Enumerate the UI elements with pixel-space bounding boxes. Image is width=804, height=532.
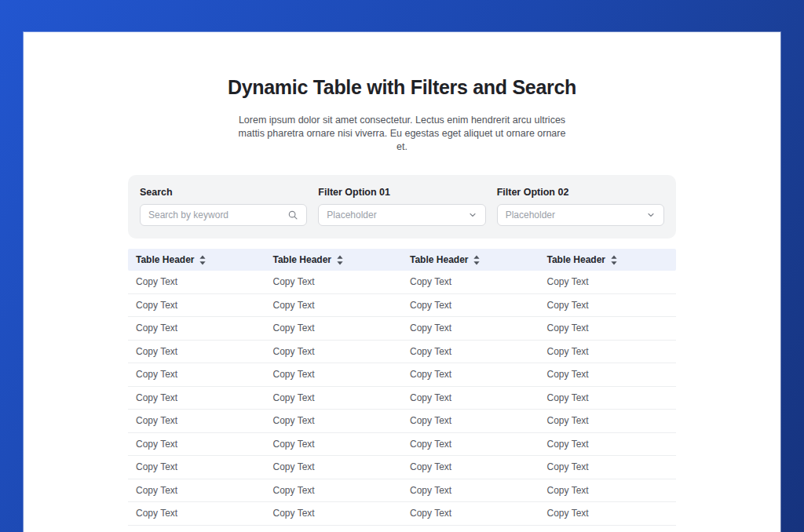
table-row: Copy TextCopy TextCopy TextCopy Text: [128, 317, 676, 341]
main-content: Dynamic Table with Filters and Search Lo…: [128, 32, 676, 532]
table-row: Copy TextCopy TextCopy TextCopy Text: [128, 341, 676, 364]
table-cell: Copy Text: [402, 485, 539, 496]
sort-icon[interactable]: [473, 255, 481, 265]
table-cell: Copy Text: [402, 508, 539, 519]
search-input[interactable]: [148, 205, 281, 225]
table-header-row: Table HeaderTable HeaderTable HeaderTabl…: [128, 249, 676, 271]
table-cell: Copy Text: [402, 392, 539, 403]
filter-option-02-value: Placeholder: [506, 210, 555, 220]
chevron-down-icon: [468, 210, 477, 220]
table-cell: Copy Text: [265, 300, 403, 311]
table-cell: Copy Text: [402, 346, 539, 357]
table-cell: Copy Text: [539, 346, 677, 357]
filter-option-01-group: Filter Option 01 Placeholder: [318, 187, 485, 226]
table-cell: Copy Text: [128, 300, 265, 311]
search-field[interactable]: [140, 204, 307, 226]
table-row: Copy TextCopy TextCopy TextCopy Text: [128, 456, 676, 479]
header-cell[interactable]: Table Header: [402, 254, 539, 265]
browser-canvas: Dynamic Table with Filters and Search Lo…: [0, 0, 804, 532]
table-cell: Copy Text: [265, 346, 403, 357]
data-table: Table HeaderTable HeaderTable HeaderTabl…: [128, 249, 676, 532]
table-cell: Copy Text: [539, 369, 677, 380]
table-row: Copy TextCopy TextCopy TextCopy Text: [128, 271, 676, 294]
table-cell: Copy Text: [539, 461, 677, 472]
table-cell: Copy Text: [128, 415, 265, 426]
table-cell: Copy Text: [402, 415, 539, 426]
header-label: Table Header: [547, 254, 605, 265]
filter-option-02-label: Filter Option 02: [497, 187, 664, 198]
table-cell: Copy Text: [128, 392, 265, 403]
search-filter-group: Search: [140, 187, 307, 226]
table-cell: Copy Text: [128, 439, 265, 450]
table-cell: Copy Text: [128, 508, 265, 519]
table-cell: Copy Text: [265, 276, 403, 287]
table-row: Copy TextCopy TextCopy TextCopy Text: [128, 410, 676, 433]
table-cell: Copy Text: [265, 461, 403, 472]
search-label: Search: [140, 187, 307, 198]
page-card: Dynamic Table with Filters and Search Lo…: [24, 32, 780, 532]
table-cell: Copy Text: [265, 322, 403, 333]
filter-bar: Search Filter Option 01: [128, 175, 676, 239]
search-icon: [287, 210, 298, 220]
table-cell: Copy Text: [128, 346, 265, 357]
table-cell: Copy Text: [402, 276, 539, 287]
table-cell: Copy Text: [265, 508, 403, 519]
sort-icon[interactable]: [336, 255, 344, 265]
table-row: Copy TextCopy TextCopy TextCopy Text: [128, 387, 676, 410]
table-cell: Copy Text: [265, 415, 403, 426]
table-cell: Copy Text: [128, 322, 265, 333]
table-cell: Copy Text: [128, 461, 265, 472]
table-cell: Copy Text: [402, 369, 539, 380]
table-cell: Copy Text: [539, 300, 677, 311]
table-cell: Copy Text: [402, 439, 539, 450]
sort-icon[interactable]: [199, 255, 206, 265]
table-cell: Copy Text: [539, 508, 677, 519]
table-row: Copy TextCopy TextCopy TextCopy Text: [128, 479, 676, 503]
table-row: Copy TextCopy TextCopy TextCopy Text: [128, 294, 676, 318]
table-cell: Copy Text: [265, 369, 403, 380]
table-cell: Copy Text: [402, 322, 539, 333]
table-cell: Copy Text: [128, 369, 265, 380]
header-cell[interactable]: Table Header: [265, 254, 403, 265]
table-cell: Copy Text: [539, 485, 677, 496]
filter-option-01-value: Placeholder: [327, 210, 376, 220]
table-cell: Copy Text: [539, 392, 677, 403]
page-subtitle: Lorem ipsum dolor sit amet consectetur. …: [232, 114, 572, 154]
table-cell: Copy Text: [402, 300, 539, 311]
header-cell[interactable]: Table Header: [539, 254, 677, 265]
filter-option-01-label: Filter Option 01: [318, 187, 485, 198]
table-cell: Copy Text: [265, 439, 403, 450]
header-cell[interactable]: Table Header: [128, 254, 265, 265]
table-cell: Copy Text: [128, 485, 265, 496]
table-cell: Copy Text: [265, 485, 403, 496]
table-cell: Copy Text: [128, 276, 265, 287]
chevron-down-icon: [646, 210, 656, 220]
table-cell: Copy Text: [539, 439, 677, 450]
table-row: Copy TextCopy TextCopy TextCopy Text: [128, 526, 676, 532]
filter-option-02-group: Filter Option 02 Placeholder: [497, 187, 664, 226]
table-row: Copy TextCopy TextCopy TextCopy Text: [128, 433, 676, 457]
filter-option-01-select[interactable]: Placeholder: [318, 204, 485, 226]
header-label: Table Header: [410, 254, 468, 265]
table-cell: Copy Text: [265, 392, 403, 403]
header-label: Table Header: [273, 254, 331, 265]
header-label: Table Header: [136, 254, 194, 265]
table-cell: Copy Text: [539, 322, 677, 333]
table-body: Copy TextCopy TextCopy TextCopy TextCopy…: [128, 271, 676, 532]
table-cell: Copy Text: [539, 276, 677, 287]
filter-option-02-select[interactable]: Placeholder: [497, 204, 664, 226]
table-row: Copy TextCopy TextCopy TextCopy Text: [128, 363, 676, 387]
table-cell: Copy Text: [539, 415, 677, 426]
page-title: Dynamic Table with Filters and Search: [217, 75, 587, 100]
sort-icon[interactable]: [610, 255, 618, 265]
table-cell: Copy Text: [402, 461, 539, 472]
table-row: Copy TextCopy TextCopy TextCopy Text: [128, 502, 676, 526]
